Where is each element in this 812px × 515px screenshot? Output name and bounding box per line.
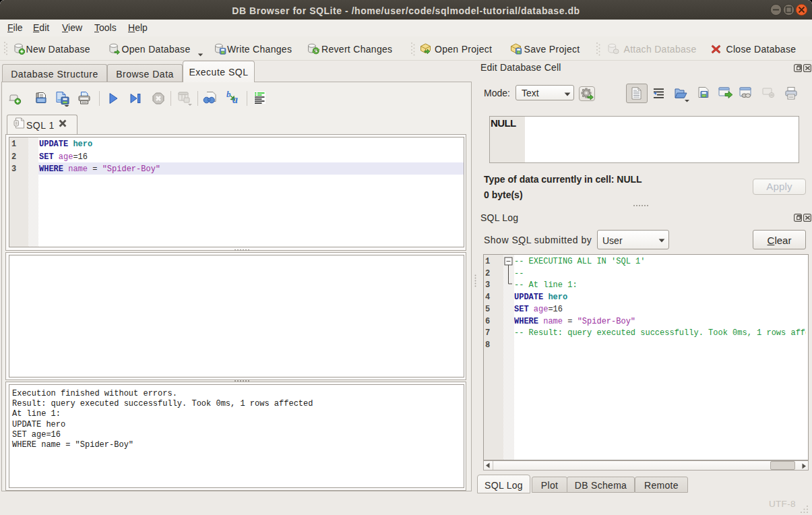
svg-text:a: a (232, 94, 238, 104)
svg-text:b: b (226, 90, 231, 99)
